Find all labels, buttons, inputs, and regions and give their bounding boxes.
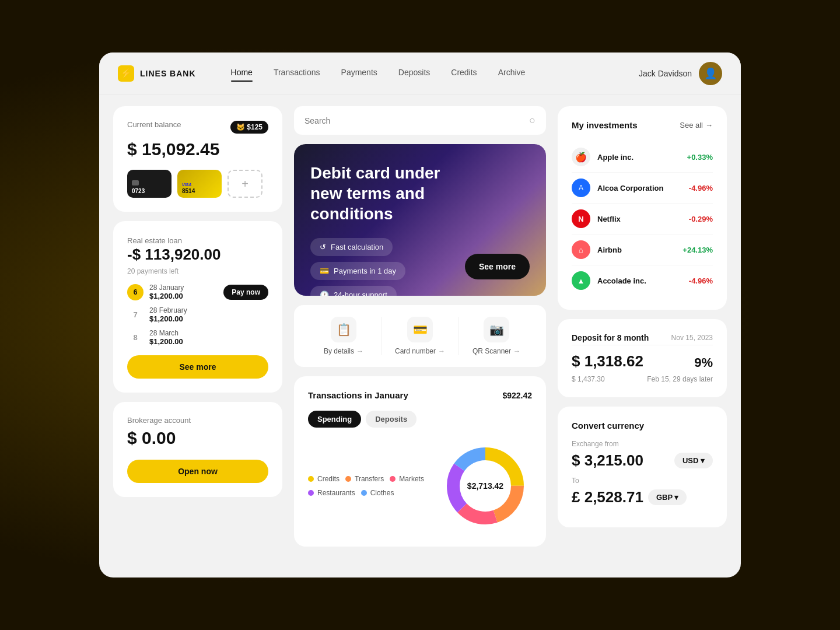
open-now-button[interactable]: Open now: [127, 460, 268, 483]
payment-info-1: 28 January $1,200.00: [149, 284, 218, 300]
transfer-qr-scanner[interactable]: 📷 QR Scanner →: [459, 317, 534, 355]
search-icon: ○: [529, 114, 536, 127]
apple-name: Apple inc.: [597, 153, 687, 162]
card-number-dark: 0723: [132, 188, 167, 194]
airbnb-logo: ⌂: [572, 240, 590, 259]
to-currency-select[interactable]: GBP ▾: [648, 489, 687, 505]
payment-info-3: 28 March $1,200.00: [149, 329, 268, 346]
tab-deposits[interactable]: Deposits: [366, 411, 416, 428]
hero-see-more-button[interactable]: See more: [465, 254, 530, 279]
restaurants-dot: [308, 490, 314, 496]
payment-row-2: 7 28 February $1,200.00: [127, 306, 268, 323]
legend: Credits Transfers Markets: [308, 475, 425, 497]
loan-see-more-button[interactable]: See more: [127, 355, 268, 379]
loan-amount: -$ 113,920.00: [127, 246, 268, 264]
left-column: Current balance 🐱 $125 $ 15,092.45 0723 …: [113, 106, 282, 566]
center-column: ○ Debit card under new terms and conditi…: [294, 106, 546, 566]
nav-transactions[interactable]: Transactions: [274, 68, 320, 79]
netflix-change: -0.29%: [689, 215, 713, 223]
payment-amount-3: $1,200.00: [149, 337, 268, 346]
user-name: Jack Davidson: [639, 69, 692, 78]
payment-row-3: 8 28 March $1,200.00: [127, 329, 268, 346]
transactions-header: Transactions in January $922.42: [308, 390, 532, 400]
apple-logo: 🍎: [572, 148, 590, 166]
support-label: 24-hour support: [334, 290, 387, 296]
fast-calc-icon: ↺: [320, 243, 326, 251]
card-number-label-row: Card number →: [395, 347, 445, 355]
accolade-change: -4.96%: [689, 276, 713, 285]
card-chip: [132, 180, 139, 186]
card-number-arrow: →: [438, 347, 445, 355]
hero-banner: Debit card under new terms and condition…: [294, 144, 546, 296]
payment-row-1: 6 28 January $1,200.00 Pay now: [127, 284, 268, 300]
card-number-gold: 8514: [182, 188, 217, 194]
logo-icon: ⚡: [118, 65, 134, 82]
transactions-card: Transactions in January $922.42 Spending…: [294, 376, 546, 547]
add-card-button[interactable]: +: [228, 170, 262, 198]
by-details-label-row: By details →: [324, 347, 363, 355]
hero-title: Debit card under new terms and condition…: [310, 163, 450, 224]
payment-date-3: 28 March: [149, 329, 268, 337]
convert-from-row: $ 3,215.00 USD ▾: [572, 452, 713, 470]
feature-fast-calculation: ↺ Fast calculation: [310, 238, 393, 256]
legend-row-1: Credits Transfers Markets: [308, 475, 425, 483]
payment-number-6: 6: [127, 284, 144, 300]
legend-restaurants: Restaurants: [308, 489, 355, 497]
avatar[interactable]: 👤: [699, 62, 722, 85]
airbnb-change: +24.13%: [682, 246, 713, 254]
accolade-logo: ▲: [572, 271, 590, 290]
search-input[interactable]: [304, 116, 523, 125]
legend-clothes: Clothes: [361, 489, 394, 497]
balance-label: Current balance: [127, 120, 181, 129]
investments-title: My investments: [572, 120, 638, 130]
card-dark[interactable]: 0723: [127, 170, 172, 198]
nav-deposits[interactable]: Deposits: [398, 68, 430, 79]
payment-date-1: 28 January: [149, 284, 218, 292]
pay-now-button[interactable]: Pay now: [223, 285, 268, 300]
legend-credits: Credits: [308, 475, 340, 483]
alcoa-change: -4.96%: [689, 184, 713, 192]
transfer-card-number[interactable]: 💳 Card number →: [382, 317, 459, 355]
payments-icon: 💳: [320, 267, 329, 275]
deposit-main-amount: $ 1,318.62: [572, 352, 643, 370]
brokerage-card: Brokerage account $ 0.00 Open now: [113, 402, 282, 497]
by-details-icon: 📋: [331, 317, 356, 342]
tab-spending[interactable]: Spending: [308, 411, 361, 428]
investments-header: My investments See all →: [572, 120, 713, 130]
nav-payments[interactable]: Payments: [341, 68, 377, 79]
by-details-arrow: →: [356, 347, 363, 355]
see-all-link[interactable]: See all →: [680, 121, 713, 130]
balance-card: Current balance 🐱 $125 $ 15,092.45 0723 …: [113, 106, 282, 212]
main-content: Current balance 🐱 $125 $ 15,092.45 0723 …: [99, 94, 741, 578]
markets-dot: [390, 476, 396, 482]
investment-accolade: ▲ Accolade inc. -4.96%: [572, 265, 713, 296]
cards-row: 0723 VISA 8514 +: [127, 170, 268, 198]
transfers-label: Transfers: [355, 475, 384, 483]
alcoa-logo: A: [572, 178, 590, 197]
convert-to-amount: £ 2,528.71: [572, 488, 643, 506]
brokerage-label: Brokerage account: [127, 416, 268, 425]
netflix-logo: N: [572, 209, 590, 228]
qr-arrow: →: [513, 347, 520, 355]
qr-label-row: QR Scanner →: [473, 347, 520, 355]
nav-home[interactable]: Home: [231, 68, 253, 79]
from-currency-select[interactable]: USD ▾: [674, 453, 713, 468]
transfers-dot: [345, 476, 351, 482]
card-gold[interactable]: VISA 8514: [177, 170, 222, 198]
balance-amount: $ 15,092.45: [127, 137, 268, 159]
chart-section: Credits Transfers Markets: [308, 439, 532, 533]
convert-title: Convert currency: [572, 421, 713, 430]
transfer-by-details[interactable]: 📋 By details →: [306, 317, 382, 355]
deposit-sub: $ 1,437.30 Feb 15, 29 days later: [572, 375, 713, 383]
investments-card: My investments See all → 🍎 Apple inc. +0…: [558, 106, 727, 310]
deposit-amounts: $ 1,318.62 9%: [572, 352, 713, 370]
nav-credits[interactable]: Credits: [451, 68, 477, 79]
airbnb-name: Airbnb: [597, 246, 682, 254]
brokerage-amount: $ 0.00: [127, 428, 268, 448]
search-bar: ○: [294, 106, 546, 135]
nav-archive[interactable]: Archive: [498, 68, 526, 79]
logo-text: LINES BANK: [140, 69, 196, 78]
right-column: My investments See all → 🍎 Apple inc. +0…: [558, 106, 727, 566]
card-number-label: Card number: [395, 347, 436, 355]
apple-change: +0.33%: [687, 153, 713, 162]
